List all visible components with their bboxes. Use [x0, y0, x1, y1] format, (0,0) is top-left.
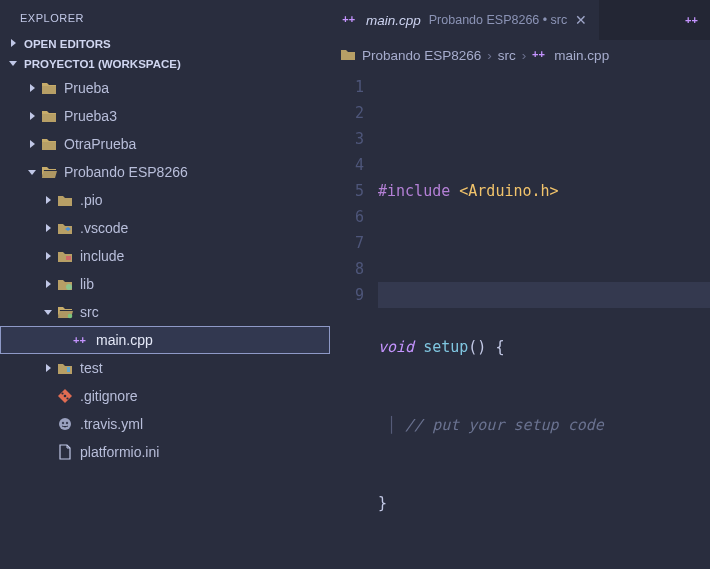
line-number: 5	[330, 178, 364, 204]
line-number: 9	[330, 282, 364, 308]
code-editor[interactable]: 1 2 3 4 5 6 7 8 9 #include <Arduino.h> v…	[330, 70, 710, 569]
line-number: 7	[330, 230, 364, 256]
tree-label: platformio.ini	[80, 444, 159, 460]
svg-point-0	[66, 284, 72, 290]
tree-file-travis[interactable]: .travis.yml	[0, 410, 330, 438]
code-content[interactable]: #include <Arduino.h> void setup() { │ //…	[378, 70, 710, 569]
file-tree: Prueba Prueba3 OtraPrueba Probando ESP82…	[0, 74, 330, 466]
chevron-right-icon	[24, 139, 40, 149]
svg-point-5	[66, 397, 68, 399]
editor-pane: ++ main.cpp Probando ESP8266 • src ✕ ++ …	[330, 0, 710, 569]
folder-icon	[40, 135, 58, 153]
line-number: 6	[330, 204, 364, 230]
tab-main-cpp[interactable]: ++ main.cpp Probando ESP8266 • src ✕	[330, 0, 599, 40]
breadcrumb-item[interactable]: main.cpp	[554, 48, 609, 63]
chevron-right-icon: ›	[487, 48, 492, 63]
chevron-right-icon	[40, 251, 56, 261]
folder-test-icon	[56, 359, 74, 377]
line-number: 3	[330, 126, 364, 152]
svg-point-1	[68, 314, 73, 319]
chevron-down-icon	[8, 58, 18, 70]
svg-text:++: ++	[532, 48, 545, 60]
tree-label: test	[80, 360, 103, 376]
travis-icon	[56, 415, 74, 433]
tab-title: main.cpp	[366, 13, 421, 28]
chevron-right-icon	[8, 38, 18, 50]
git-icon	[56, 387, 74, 405]
tree-label: include	[80, 248, 124, 264]
folder-icon	[40, 79, 58, 97]
tree-label: OtraPrueba	[64, 136, 136, 152]
workspace-label: PROYECTO1 (WORKSPACE)	[24, 58, 181, 70]
breadcrumb-item[interactable]: Probando ESP8266	[362, 48, 481, 63]
cpp-file-icon: ++	[342, 12, 358, 29]
folder-icon	[40, 107, 58, 125]
tree-file-platformio[interactable]: platformio.ini	[0, 438, 330, 466]
svg-point-3	[64, 395, 67, 398]
tree-folder-otraprueba[interactable]: OtraPrueba	[0, 130, 330, 158]
cpp-file-icon: ++	[72, 331, 90, 349]
folder-include-icon	[56, 247, 74, 265]
tree-label: .gitignore	[80, 388, 138, 404]
tree-folder-test[interactable]: test	[0, 354, 330, 382]
tree-folder-prueba[interactable]: Prueba	[0, 74, 330, 102]
svg-point-4	[61, 392, 63, 394]
breadcrumb-item[interactable]: src	[498, 48, 516, 63]
line-number: 2	[330, 100, 364, 126]
chevron-right-icon	[40, 279, 56, 289]
explorer-sidebar: EXPLORER OPEN EDITORS PROYECTO1 (WORKSPA…	[0, 0, 330, 569]
folder-vscode-icon	[56, 219, 74, 237]
svg-point-8	[66, 422, 68, 424]
workspace-header[interactable]: PROYECTO1 (WORKSPACE)	[0, 54, 330, 74]
chevron-right-icon	[24, 83, 40, 93]
svg-point-6	[59, 418, 71, 430]
line-gutter: 1 2 3 4 5 6 7 8 9	[330, 70, 378, 569]
line-number: 1	[330, 74, 364, 100]
tree-folder-prueba3[interactable]: Prueba3	[0, 102, 330, 130]
close-icon[interactable]: ✕	[575, 12, 587, 28]
explorer-title: EXPLORER	[0, 6, 330, 34]
open-editors-label: OPEN EDITORS	[24, 38, 111, 50]
tree-label: main.cpp	[96, 332, 153, 348]
folder-icon	[340, 47, 356, 64]
folder-open-icon	[40, 163, 58, 181]
folder-lib-icon	[56, 275, 74, 293]
tab-bar: ++ main.cpp Probando ESP8266 • src ✕ ++	[330, 0, 710, 40]
tree-file-gitignore[interactable]: .gitignore	[0, 382, 330, 410]
tree-label: .travis.yml	[80, 416, 143, 432]
cpp-file-icon: ++	[532, 47, 548, 64]
tree-label: .pio	[80, 192, 103, 208]
tree-label: Prueba	[64, 80, 109, 96]
svg-text:++: ++	[342, 13, 355, 25]
tree-folder-lib[interactable]: lib	[0, 270, 330, 298]
line-number: 4	[330, 152, 364, 178]
chevron-right-icon	[40, 195, 56, 205]
svg-text:++: ++	[685, 14, 698, 26]
tree-label: lib	[80, 276, 94, 292]
svg-text:++: ++	[73, 334, 86, 346]
tree-folder-vscode[interactable]: .vscode	[0, 214, 330, 242]
line-number: 8	[330, 256, 364, 282]
tree-label: Probando ESP8266	[64, 164, 188, 180]
chevron-down-icon	[40, 307, 56, 317]
breadcrumb[interactable]: Probando ESP8266 › src › ++ main.cpp	[330, 40, 710, 70]
tree-folder-include[interactable]: include	[0, 242, 330, 270]
chevron-down-icon	[24, 167, 40, 177]
tree-label: Prueba3	[64, 108, 117, 124]
tree-folder-src[interactable]: src	[0, 298, 330, 326]
file-icon	[56, 443, 74, 461]
chevron-right-icon	[40, 223, 56, 233]
tree-folder-pio[interactable]: .pio	[0, 186, 330, 214]
chevron-right-icon	[40, 363, 56, 373]
tree-label: src	[80, 304, 99, 320]
folder-icon	[56, 191, 74, 209]
svg-point-7	[62, 422, 64, 424]
tab-subtitle: Probando ESP8266 • src	[429, 13, 568, 27]
chevron-right-icon	[24, 111, 40, 121]
tree-file-main-cpp[interactable]: ++ main.cpp	[0, 326, 330, 354]
tree-folder-probando[interactable]: Probando ESP8266	[0, 158, 330, 186]
chevron-right-icon: ›	[522, 48, 527, 63]
folder-src-icon	[56, 303, 74, 321]
open-editors-header[interactable]: OPEN EDITORS	[0, 34, 330, 54]
tab-action-button[interactable]: ++	[676, 0, 710, 40]
